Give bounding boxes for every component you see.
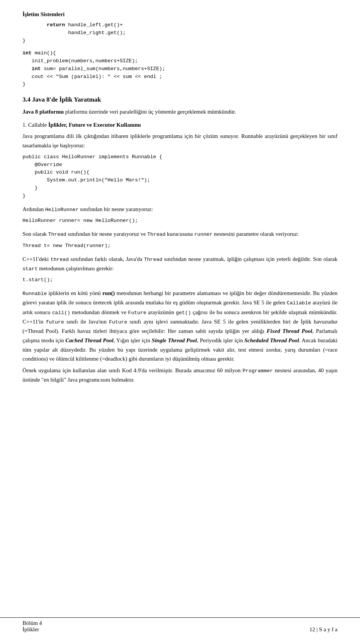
java8-label: Java 8 platformu	[22, 109, 64, 115]
cached-thread-pool: Cached Thread Pool	[66, 337, 114, 343]
page: İşletim Sistemleri return handle_left.ge…	[0, 0, 360, 644]
code-line: System.out.println("Hello Mars!");	[22, 177, 150, 183]
code-line: Thread t= new Thread(runner);	[22, 243, 111, 249]
code-line: cout << "Sum (parallel): " << sum << end…	[22, 74, 162, 79]
page-header: İşletim Sistemleri	[22, 11, 338, 18]
paragraph-5: C++11'deki thread sınıfından farklı olar…	[22, 255, 338, 274]
code-line: int sum= parallel_sum(numbers,numbers+SI…	[22, 66, 165, 72]
paragraph-7: Örnek uygulama için kullanılan alan sını…	[22, 366, 338, 385]
code-line: }	[22, 81, 26, 87]
scheduled-thread-pool: Scheduled Thread Pool	[244, 337, 299, 343]
code-line: @Override	[22, 162, 62, 168]
code-block-1: return handle_left.get()+ handle_right.g…	[22, 21, 338, 45]
code-line: init_problem(numbers,numbers+SIZE);	[22, 58, 138, 64]
footer-left: Bölüm 4 İplikler	[22, 620, 42, 633]
subsection-1: 1. Callable İplikler, Future ve Executor…	[22, 120, 338, 129]
fixed-thread-pool: Fixed Thread Pool	[267, 328, 312, 334]
subsection-code: Callable	[28, 122, 47, 128]
run-method: run()	[102, 290, 115, 296]
para7-text: Örnek uygulama için kullanılan alan sını…	[22, 367, 338, 383]
code-block-6: t.start();	[22, 276, 338, 284]
code-line: }	[22, 38, 26, 43]
code-line: }	[22, 193, 26, 199]
footer-chapter: Bölüm 4	[22, 620, 42, 626]
para2-text: Java programlama dili ilk çıktığından it…	[22, 133, 338, 148]
code-line: }	[22, 185, 38, 191]
header-title: İşletim Sistemleri	[22, 11, 64, 17]
para4-text: Son olarak Thread sınıfından bir nesne y…	[22, 231, 298, 237]
get-method: get()	[176, 310, 191, 316]
paragraph-2: Java programlama dili ilk çıktığından it…	[22, 132, 338, 150]
section-3-4-title: 3.4 Java 8'de İplik Yaratmak	[22, 96, 338, 103]
paragraph-4: Son olarak Thread sınıfından bir nesne y…	[22, 229, 338, 239]
code-line: t.start();	[22, 277, 53, 283]
para5-text: C++11'deki thread sınıfından farklı olar…	[22, 256, 338, 271]
code-line: int main(){	[22, 50, 56, 56]
future-ref: Future	[128, 310, 147, 316]
code-block-5: Thread t= new Thread(runner);	[22, 242, 338, 250]
code-block-4: HelloRunner runner= new HelloRunner();	[22, 217, 338, 225]
code-line: public class HelloRunner implements Runn…	[22, 154, 162, 160]
code-line: return handle_left.get()+	[22, 22, 123, 28]
para1-text: platformu üzerinde veri paralelliğini üç…	[65, 109, 236, 115]
footer-section: İplikler	[22, 626, 42, 633]
code-line: HelloRunner runner= new HelloRunner();	[22, 218, 138, 223]
single-thread-pool: Single Thread Pool	[152, 337, 197, 343]
para3-text: Ardından HelloRunner sınıfından bir nesn…	[22, 206, 153, 212]
code-block-3: public class HelloRunner implements Runn…	[22, 153, 338, 201]
code-line: handle_right.get();	[22, 30, 126, 36]
subsection-title-text: İplikler, Future ve Executor Kullanımı	[47, 122, 141, 128]
runnable-label: Runnable	[22, 291, 47, 297]
paragraph-1: Java 8 platformu platformu üzerinde veri…	[22, 107, 338, 117]
code-block-2: int main(){ init_problem(numbers,numbers…	[22, 49, 338, 89]
callable-ref: Callable	[287, 300, 311, 306]
page-footer: Bölüm 4 İplikler 12 | S a y f a	[0, 617, 360, 633]
call-method: call()	[52, 310, 70, 316]
subsection-num: 1.	[22, 122, 28, 128]
footer-page-number: 12 | S a y f a	[309, 626, 338, 633]
future-java: Future	[109, 319, 128, 325]
future-cpp: future	[46, 319, 64, 325]
paragraph-6: Runnable ipliklerin en kötü yönü run() m…	[22, 289, 338, 364]
code-line: public void run(){	[22, 169, 89, 175]
paragraph-3: Ardından HelloRunner sınıfından bir nesn…	[22, 205, 338, 214]
